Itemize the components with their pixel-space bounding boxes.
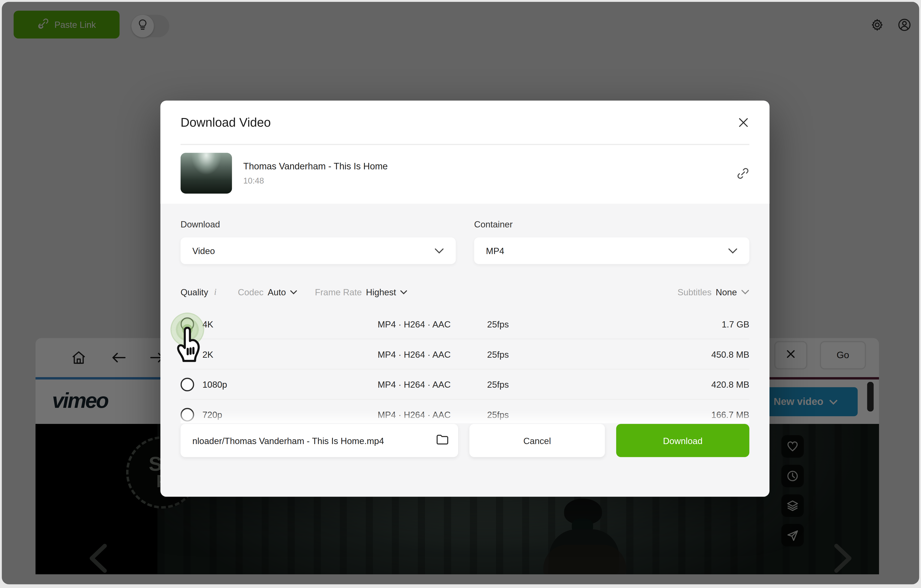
download-type-select[interactable]: Video [181, 238, 456, 264]
modal-title: Download Video [181, 115, 271, 129]
video-duration: 10:48 [243, 176, 736, 185]
download-select-label: Download [181, 219, 456, 229]
subtitles-value: None [716, 287, 737, 297]
modal-body: Download Container Video MP4 Quality i [161, 219, 770, 478]
quality-radio[interactable] [181, 407, 194, 421]
info-icon[interactable]: i [214, 287, 216, 297]
video-title: Thomas Vanderham - This Is Home [243, 161, 736, 171]
quality-row[interactable]: 4K MP4 · H264 · AAC 25fps 1.7 GB [181, 309, 750, 339]
chevron-down-icon [400, 290, 407, 295]
quality-size: 166.7 MB [711, 409, 749, 420]
cancel-button[interactable]: Cancel [469, 424, 605, 457]
quality-list: 4K MP4 · H264 · AAC 25fps 1.7 GB 2K MP4 … [181, 309, 750, 423]
quality-codec: MP4 · H264 · AAC [378, 349, 487, 359]
quality-codec: MP4 · H264 · AAC [378, 379, 487, 389]
quality-label-text: 2K [202, 349, 213, 359]
quality-codec: MP4 · H264 · AAC [378, 319, 487, 329]
subtitles-selector[interactable]: Subtitles None [678, 287, 750, 297]
subtitles-label: Subtitles [678, 287, 712, 297]
quality-codec: MP4 · H264 · AAC [378, 409, 487, 420]
hand-cursor-icon [173, 327, 203, 365]
app-window: Paste Link [2, 2, 919, 584]
quality-size: 420.8 MB [711, 379, 749, 389]
quality-size: 1.7 GB [722, 319, 749, 329]
quality-fps: 25fps [487, 379, 711, 389]
container-select[interactable]: MP4 [474, 238, 750, 264]
container-select-label: Container [474, 219, 750, 229]
modal-footer: Cancel Download [181, 424, 750, 478]
quality-fps: 25fps [487, 349, 711, 359]
codec-selector[interactable]: Codec Auto [238, 287, 297, 297]
chevron-down-icon [728, 248, 737, 254]
quality-row[interactable]: 720p MP4 · H264 · AAC 25fps 166.7 MB [181, 399, 750, 423]
copy-link-icon[interactable] [736, 167, 749, 180]
quality-row[interactable]: 2K MP4 · H264 · AAC 25fps 450.8 MB [181, 339, 750, 369]
video-thumbnail [181, 153, 232, 194]
download-button[interactable]: Download [616, 424, 749, 457]
container-value: MP4 [486, 246, 504, 256]
screen: Paste Link [0, 0, 921, 588]
save-path-input[interactable] [191, 435, 436, 446]
save-path-field[interactable] [181, 424, 458, 457]
codec-value: Auto [268, 287, 286, 297]
quality-fps: 25fps [487, 409, 711, 420]
download-type-value: Video [192, 246, 215, 256]
codec-label: Codec [238, 287, 264, 297]
download-video-modal: Download Video Thomas Vanderham - This I… [161, 101, 770, 497]
quality-size: 450.8 MB [711, 349, 749, 359]
chevron-down-icon [741, 290, 750, 295]
close-button[interactable] [737, 116, 749, 128]
framerate-value: Highest [366, 287, 396, 297]
framerate-label: Frame Rate [315, 287, 362, 297]
chevron-down-icon [434, 248, 444, 254]
chevron-down-icon [290, 290, 297, 295]
modal-header-section: Download Video Thomas Vanderham - This I… [161, 101, 770, 204]
quality-row[interactable]: 1080p MP4 · H264 · AAC 25fps 420.8 MB [181, 369, 750, 399]
folder-browse-icon[interactable] [436, 434, 449, 448]
quality-fps: 25fps [487, 319, 722, 329]
video-info-row: Thomas Vanderham - This Is Home 10:48 [161, 145, 770, 204]
quality-label-text: 1080p [202, 379, 227, 389]
quality-label-text: 720p [202, 409, 222, 420]
quality-radio[interactable] [181, 377, 194, 391]
quality-label: Quality [181, 287, 208, 297]
framerate-selector[interactable]: Frame Rate Highest [315, 287, 407, 297]
